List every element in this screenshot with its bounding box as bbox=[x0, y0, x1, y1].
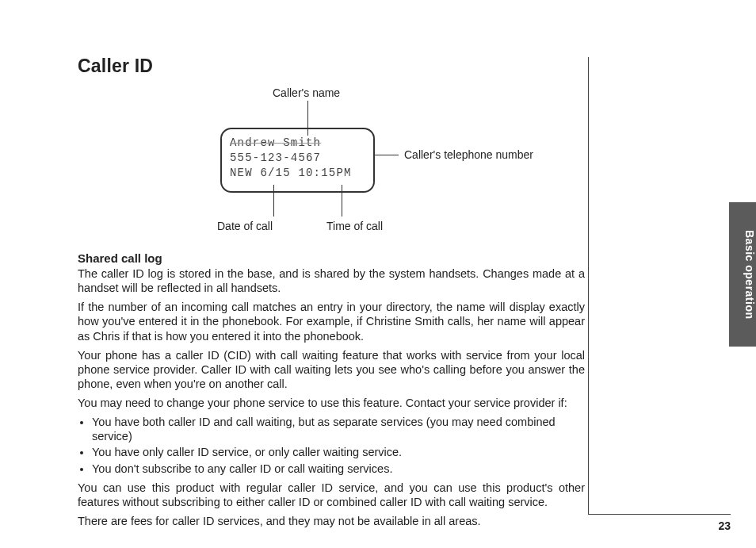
page-number: 23 bbox=[718, 519, 731, 532]
lcd-line-2: 555-123-4567 bbox=[230, 151, 365, 166]
bullet-list: You have both caller ID and call waiting… bbox=[78, 415, 585, 476]
lcd-line-3: NEW 6/15 10:15PM bbox=[230, 166, 365, 181]
vertical-rule bbox=[588, 57, 589, 514]
paragraph: You may need to change your phone servic… bbox=[78, 396, 585, 410]
section-tab-basic-operation: Basic operation bbox=[729, 202, 756, 347]
list-item: You have only caller ID service, or only… bbox=[92, 445, 585, 459]
paragraph: You can use this product with regular ca… bbox=[78, 481, 585, 509]
lcd-screen: Andrew Smith 555-123-4567 NEW 6/15 10:15… bbox=[220, 128, 375, 193]
label-date-of-call: Date of call bbox=[217, 220, 273, 232]
label-caller-number: Caller's telephone number bbox=[404, 148, 533, 161]
section-heading: Shared call log bbox=[78, 251, 585, 265]
leader-line bbox=[375, 155, 399, 155]
leader-line bbox=[342, 185, 342, 217]
paragraph: There are fees for caller ID services, a… bbox=[78, 514, 585, 528]
page-title: Caller ID bbox=[78, 56, 585, 77]
lcd-line-1: Andrew Smith bbox=[230, 136, 365, 151]
caller-id-figure: Caller's name Andrew Smith 555-123-4567 … bbox=[78, 86, 585, 245]
paragraph: If the number of an incoming call matche… bbox=[78, 300, 585, 343]
paragraph: The caller ID log is stored in the base,… bbox=[78, 266, 585, 295]
paragraph: Your phone has a caller ID (CID) with ca… bbox=[78, 348, 585, 391]
label-caller-name: Caller's name bbox=[273, 86, 340, 99]
label-time-of-call: Time of call bbox=[326, 220, 383, 232]
list-item: You don't subscribe to any caller ID or … bbox=[92, 462, 585, 476]
leader-line bbox=[273, 185, 274, 217]
list-item: You have both caller ID and call waiting… bbox=[92, 415, 585, 443]
horizontal-rule bbox=[588, 514, 731, 515]
